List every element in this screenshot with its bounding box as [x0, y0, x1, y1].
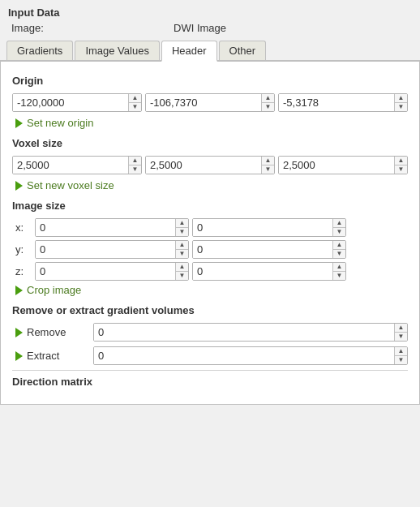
voxel-z-up[interactable]: ▲ — [395, 157, 407, 165]
image-size-z2-down[interactable]: ▼ — [333, 272, 345, 280]
tab-image-values[interactable]: Image Values — [75, 41, 160, 60]
image-size-x1-up[interactable]: ▲ — [176, 219, 188, 228]
set-origin-icon — [15, 118, 23, 128]
origin-x-input[interactable] — [13, 94, 128, 111]
image-size-y1-arrows: ▲ ▼ — [175, 241, 188, 258]
set-origin-button[interactable]: Set new origin — [15, 117, 93, 129]
image-size-x2-up[interactable]: ▲ — [333, 219, 345, 228]
voxel-y-down[interactable]: ▼ — [262, 165, 274, 174]
voxel-z-down[interactable]: ▼ — [395, 165, 407, 174]
image-size-title: Image size — [12, 200, 408, 212]
input-data-section: Input Data Image: DWI Image — [0, 0, 420, 41]
remove-arrows: ▲ ▼ — [394, 324, 407, 341]
image-size-x1-spinbox[interactable]: ▲ ▼ — [35, 218, 189, 237]
remove-icon — [15, 328, 23, 337]
remove-up[interactable]: ▲ — [395, 324, 407, 333]
crop-image-icon — [15, 286, 23, 295]
origin-y-up[interactable]: ▲ — [262, 94, 274, 103]
image-size-y2-input[interactable] — [193, 241, 332, 258]
voxel-x-up[interactable]: ▲ — [129, 157, 141, 165]
extract-down[interactable]: ▼ — [395, 356, 407, 364]
origin-x-up[interactable]: ▲ — [129, 94, 141, 103]
image-size-y1-up[interactable]: ▲ — [176, 241, 188, 250]
voxel-z-input[interactable] — [279, 157, 394, 174]
image-size-x2-down[interactable]: ▼ — [333, 228, 345, 236]
origin-x-down[interactable]: ▼ — [129, 103, 141, 111]
image-size-z1-spinbox[interactable]: ▲ ▼ — [35, 262, 189, 281]
image-value: DWI Image — [174, 22, 226, 34]
image-size-x2-spinbox[interactable]: ▲ ▼ — [192, 218, 346, 237]
crop-image-button[interactable]: Crop image — [15, 284, 81, 296]
image-size-y2-up[interactable]: ▲ — [333, 241, 345, 250]
image-size-y2-down[interactable]: ▼ — [333, 250, 345, 258]
extract-up[interactable]: ▲ — [395, 347, 407, 356]
gradient-volumes-title: Remove or extract gradient volumes — [12, 304, 408, 316]
remove-down[interactable]: ▼ — [395, 333, 407, 341]
panel: Origin ▲ ▼ ▲ ▼ ▲ ▼ Set new origi — [0, 62, 420, 405]
origin-y-arrows: ▲ ▼ — [261, 94, 274, 111]
crop-image-row: Crop image — [12, 284, 408, 296]
axis-y-label: y: — [15, 243, 32, 256]
voxel-y-input[interactable] — [146, 157, 261, 174]
extract-row: Extract ▲ ▼ — [12, 346, 408, 365]
divider — [12, 370, 408, 371]
image-size-y1-input[interactable] — [36, 241, 175, 258]
origin-x-spinbox[interactable]: ▲ ▼ — [12, 93, 142, 112]
image-size-x1-input[interactable] — [36, 219, 175, 236]
tab-gradients[interactable]: Gradients — [6, 41, 73, 60]
image-size-x1-arrows: ▲ ▼ — [175, 219, 188, 236]
extract-label-container: Extract — [15, 350, 88, 362]
image-size-x1-down[interactable]: ▼ — [176, 228, 188, 236]
origin-x-arrows: ▲ ▼ — [128, 94, 141, 111]
image-size-z2-spinbox[interactable]: ▲ ▼ — [192, 262, 346, 281]
extract-spinbox[interactable]: ▲ ▼ — [93, 346, 408, 365]
image-size-y-row: y: ▲ ▼ ▲ ▼ — [12, 240, 408, 259]
voxel-y-up[interactable]: ▲ — [262, 157, 274, 165]
remove-label-container: Remove — [15, 326, 88, 338]
set-voxel-button[interactable]: Set new voxel size — [15, 179, 114, 191]
extract-input[interactable] — [94, 347, 394, 364]
image-size-y2-spinbox[interactable]: ▲ ▼ — [192, 240, 346, 259]
image-size-y2-arrows: ▲ ▼ — [332, 241, 345, 258]
axis-z-label: z: — [15, 265, 32, 277]
voxel-z-spinbox[interactable]: ▲ ▼ — [278, 156, 408, 174]
image-size-y1-spinbox[interactable]: ▲ ▼ — [35, 240, 189, 259]
input-data-title: Input Data — [8, 6, 412, 19]
origin-z-arrows: ▲ ▼ — [394, 94, 407, 111]
voxel-y-arrows: ▲ ▼ — [261, 157, 274, 174]
voxel-x-arrows: ▲ ▼ — [128, 157, 141, 174]
image-size-z1-down[interactable]: ▼ — [176, 272, 188, 280]
axis-x-label: x: — [15, 221, 32, 234]
image-size-y1-down[interactable]: ▼ — [176, 250, 188, 258]
image-row: Image: DWI Image — [8, 22, 412, 34]
voxel-x-down[interactable]: ▼ — [129, 165, 141, 174]
image-size-z2-up[interactable]: ▲ — [333, 263, 345, 272]
image-size-z2-input[interactable] — [193, 263, 332, 280]
origin-y-down[interactable]: ▼ — [262, 103, 274, 111]
extract-arrows: ▲ ▼ — [394, 347, 407, 364]
set-voxel-icon — [15, 181, 23, 191]
remove-input[interactable] — [94, 324, 394, 341]
origin-z-spinbox[interactable]: ▲ ▼ — [278, 93, 408, 112]
extract-label: Extract — [27, 350, 59, 362]
image-size-z1-input[interactable] — [36, 263, 175, 280]
origin-z-input[interactable] — [279, 94, 394, 111]
voxel-x-input[interactable] — [13, 157, 128, 174]
tab-header[interactable]: Header — [161, 41, 217, 62]
image-label: Image: — [11, 22, 60, 34]
voxel-y-spinbox[interactable]: ▲ ▼ — [145, 156, 275, 174]
image-size-x2-input[interactable] — [193, 219, 332, 236]
tab-other[interactable]: Other — [219, 41, 267, 60]
origin-z-up[interactable]: ▲ — [395, 94, 407, 103]
set-voxel-label: Set new voxel size — [27, 179, 114, 191]
direction-matrix-title: Direction matrix — [12, 376, 408, 388]
origin-y-spinbox[interactable]: ▲ ▼ — [145, 93, 275, 112]
origin-z-down[interactable]: ▼ — [395, 103, 407, 111]
origin-y-input[interactable] — [146, 94, 261, 111]
origin-title: Origin — [12, 75, 408, 87]
tabs-bar: Gradients Image Values Header Other — [0, 41, 420, 62]
image-size-z1-up[interactable]: ▲ — [176, 263, 188, 272]
voxel-row: ▲ ▼ ▲ ▼ ▲ ▼ — [12, 156, 408, 174]
remove-spinbox[interactable]: ▲ ▼ — [93, 323, 408, 342]
voxel-x-spinbox[interactable]: ▲ ▼ — [12, 156, 142, 174]
